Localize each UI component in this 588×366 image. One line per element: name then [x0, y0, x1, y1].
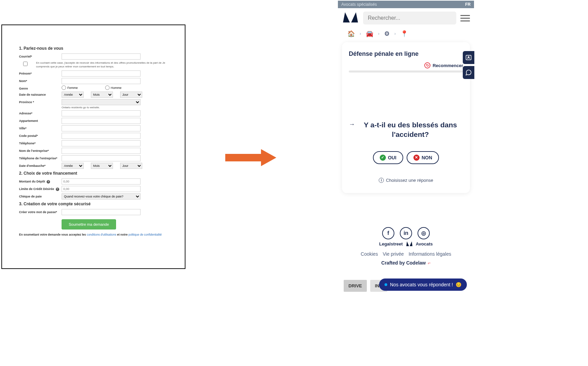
menu-icon[interactable] — [460, 15, 470, 21]
restart-icon[interactable]: ↻ — [424, 62, 430, 68]
emoji-icon: 😊 — [456, 282, 461, 287]
radio-male[interactable] — [105, 85, 110, 90]
progress-bar — [349, 70, 463, 73]
top-bar: Avocats spécialisés FR — [338, 1, 474, 8]
label-province: Province * — [19, 99, 62, 104]
info-icon[interactable]: ? — [47, 180, 50, 184]
status-dot-icon — [385, 283, 387, 286]
input-phone[interactable] — [62, 140, 141, 146]
mini-logo-icon — [406, 241, 412, 246]
input-postal[interactable] — [62, 133, 141, 139]
section-2-title: 2. Choix de votre financement — [19, 171, 168, 176]
label-phone: Téléphone* — [19, 140, 62, 145]
select-dob-year[interactable]: Année — [62, 92, 84, 98]
gear-icon[interactable]: ⚙ — [384, 30, 390, 37]
crafted-text: Crafted by Codelaw ⌐ — [338, 260, 474, 266]
card-title: Défense pénale en ligne — [349, 50, 463, 58]
choose-text: Choisissez une réponse — [386, 178, 433, 183]
cookies-link[interactable]: Cookies — [361, 251, 378, 257]
radio-female[interactable] — [62, 85, 66, 90]
pin-icon[interactable]: 📍 — [401, 30, 408, 37]
chat-tab-icon[interactable] — [463, 66, 474, 79]
select-paycheck[interactable]: Quand recevez-vous votre chèque de paie? — [62, 193, 141, 200]
instagram-icon[interactable]: ◎ — [418, 227, 430, 239]
label-firstname: Prénom* — [19, 70, 62, 75]
question-card: Défense pénale en ligne ↻ Recommencer → … — [342, 42, 470, 193]
input-credit[interactable] — [62, 186, 141, 192]
select-hire-year[interactable]: Année — [62, 163, 84, 169]
consent-text: En cochant cette case, j'accepte de rece… — [36, 61, 168, 68]
input-firstname[interactable] — [62, 70, 141, 77]
input-lastname[interactable] — [62, 78, 141, 84]
label-password: Créer votre mot de passe* — [19, 209, 62, 214]
footer: f in ◎ Legalstreet Avocats Cookies Vie p… — [338, 227, 474, 266]
label-company: Nom de l'entreprise* — [19, 148, 62, 153]
check-icon: ✓ — [380, 155, 386, 161]
terms-link[interactable]: conditions d'utilisations — [87, 233, 116, 236]
breadcrumb: 🏠 › 🚘 › ⚙ › 📍 — [338, 28, 474, 42]
no-button[interactable]: ✕ NON — [407, 151, 439, 164]
select-hire-month[interactable]: Mois — [91, 163, 113, 169]
privacy-link[interactable]: Vie privée — [383, 251, 404, 257]
codelaw-icon: ⌐ — [428, 260, 430, 266]
svg-point-1 — [468, 57, 469, 58]
input-address[interactable] — [62, 110, 141, 116]
question-text: Y a-t-il eu des blessés dans l'accident? — [358, 120, 463, 140]
lang-selector[interactable]: FR — [465, 2, 471, 7]
restart-button[interactable]: Recommencer — [432, 63, 463, 68]
brand-1: Legalstreet — [379, 241, 403, 246]
label-company-phone: Téléphone de l'entreprise* — [19, 155, 62, 160]
linkedin-icon[interactable]: in — [400, 227, 412, 239]
info-icon[interactable]: ? — [56, 188, 59, 191]
input-email[interactable] — [62, 53, 141, 60]
search-input[interactable] — [363, 12, 456, 25]
app-container: Avocats spécialisés FR 🏠 › 🚘 › ⚙ › 📍 Déf… — [338, 1, 474, 292]
chat-bubble[interactable]: Nos avocats vous répondent ! 😊 — [379, 279, 467, 291]
label-dob: Date de naissance — [19, 92, 62, 96]
label-city: Ville* — [19, 125, 62, 130]
arrow-right-icon: → — [349, 121, 355, 128]
legal-link[interactable]: Informations légales — [409, 251, 451, 257]
brand-2: Avocats — [416, 241, 433, 246]
drive-badge[interactable]: DRIVE — [344, 280, 367, 292]
contact-tab-icon[interactable] — [463, 51, 474, 64]
input-password[interactable] — [62, 209, 141, 215]
label-lastname: Nom* — [19, 78, 62, 83]
input-company[interactable] — [62, 148, 141, 154]
logo-icon[interactable] — [342, 12, 359, 24]
privacy-link[interactable]: politique de confidentialité — [128, 233, 162, 236]
info-icon: i — [379, 178, 384, 183]
consent-line: En soumettant votre demande vous accepte… — [19, 233, 168, 236]
province-hint: Ontario residents go to website. — [62, 106, 168, 109]
label-paycheck: Chèque de paie — [19, 193, 62, 198]
input-apartment[interactable] — [62, 118, 141, 124]
top-label: Avocats spécialisés — [341, 2, 377, 7]
consent-checkbox[interactable] — [23, 62, 28, 66]
facebook-icon[interactable]: f — [382, 227, 394, 239]
yes-button[interactable]: ✓ OUI — [373, 151, 403, 164]
arrow-icon — [225, 149, 278, 166]
car-icon[interactable]: 🚘 — [366, 30, 373, 37]
select-hire-day[interactable]: Jour — [120, 163, 142, 169]
label-hire-date: Date d'embauche* — [19, 163, 62, 168]
cross-icon: ✕ — [413, 155, 420, 161]
label-address: Adresse* — [19, 110, 62, 115]
form-container: 1. Parlez-nous de vous Courriel* En coch… — [1, 25, 185, 269]
section-1-title: 1. Parlez-nous de vous — [19, 46, 168, 51]
section-3-title: 3. Création de votre compte sécurisé — [19, 202, 168, 206]
label-postal: Code postal* — [19, 133, 62, 138]
select-province[interactable] — [62, 99, 141, 105]
submit-button[interactable]: Soumettre ma demande — [62, 219, 116, 229]
select-dob-day[interactable]: Jour — [120, 92, 142, 98]
label-credit: Limite de Crédit Désirée ? — [19, 186, 62, 191]
label-apartment: Appartement — [19, 118, 62, 123]
input-city[interactable] — [62, 125, 141, 131]
label-gender: Genre — [19, 85, 62, 90]
input-deposit[interactable] — [62, 178, 141, 185]
input-company-phone[interactable] — [62, 155, 141, 161]
label-email: Courriel* — [19, 53, 62, 58]
home-icon[interactable]: 🏠 — [347, 30, 355, 37]
select-dob-month[interactable]: Mois — [91, 92, 113, 98]
label-deposit: Montant du Dépôt ? — [19, 178, 62, 184]
